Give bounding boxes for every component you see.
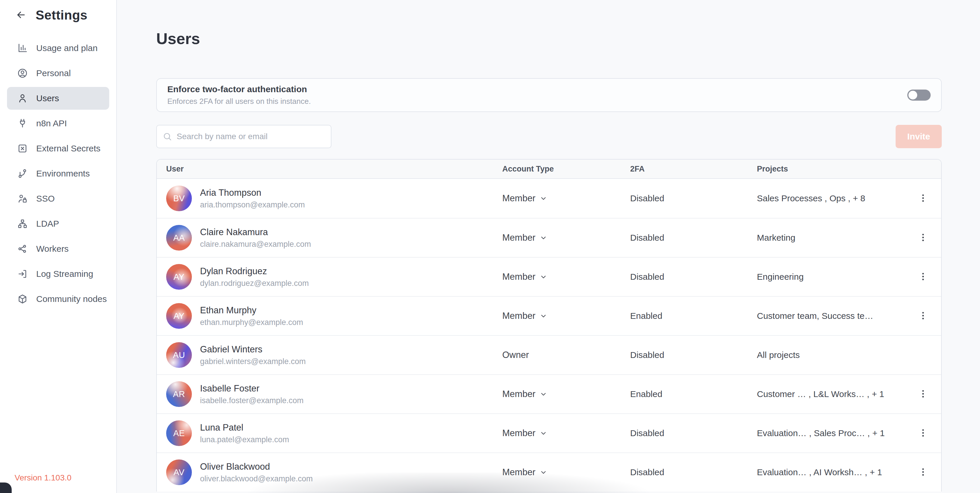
sidebar-item-n8n-api[interactable]: n8n API	[7, 112, 109, 135]
user-cell: AR Isabelle Foster isabelle.foster@examp…	[166, 381, 502, 407]
account-type-dropdown[interactable]: Member	[502, 467, 547, 477]
sidebar-item-community-nodes[interactable]: Community nodes	[7, 288, 109, 311]
user-email: oliver.blackwood@example.com	[200, 474, 313, 483]
sidebar-item-external-secrets[interactable]: External Secrets	[7, 137, 109, 160]
projects-list: All projects	[757, 350, 900, 360]
user-cell: AE Luna Patel luna.patel@example.com	[166, 420, 502, 446]
sidebar-item-environments[interactable]: Environments	[7, 162, 109, 185]
account-type-dropdown[interactable]: Member	[502, 233, 547, 243]
avatar: AV	[166, 460, 192, 485]
table-row: BV Aria Thompson aria.thompson@example.c…	[157, 179, 941, 218]
user-icon	[17, 93, 28, 104]
row-actions-button[interactable]	[914, 229, 932, 246]
sidebar-item-workers[interactable]: Workers	[7, 238, 109, 260]
sidebar-item-users[interactable]: Users	[7, 87, 109, 110]
chart-column-icon	[17, 43, 28, 54]
sidebar-item-sso[interactable]: SSO	[7, 187, 109, 210]
account-type-dropdown[interactable]: Member	[502, 272, 547, 282]
row-actions-button[interactable]	[914, 307, 932, 325]
user-email: luna.patel@example.com	[200, 435, 289, 444]
sidebar-item-personal[interactable]: Personal	[7, 62, 109, 85]
two-fa-status: Disabled	[630, 428, 757, 438]
share-nodes-icon	[17, 243, 28, 254]
two-factor-toggle[interactable]	[907, 90, 931, 101]
avatar: AR	[166, 381, 192, 407]
two-fa-status: Enabled	[630, 389, 757, 399]
vault-icon	[17, 143, 28, 154]
search-input[interactable]	[156, 125, 331, 148]
sidebar-item-label: n8n API	[36, 119, 67, 128]
avatar: AE	[166, 420, 192, 446]
table-row: AE Luna Patel luna.patel@example.com Mem…	[157, 413, 941, 452]
account-type-dropdown[interactable]: Member	[502, 428, 547, 438]
user-name: Ethan Murphy	[200, 305, 303, 315]
row-actions-button[interactable]	[914, 385, 932, 403]
chevron-down-icon	[539, 312, 547, 320]
account-type-dropdown[interactable]: Member	[502, 193, 547, 204]
account-type-label: Owner	[502, 350, 529, 360]
user-email: claire.nakamura@example.com	[200, 240, 311, 249]
row-actions-button[interactable]	[914, 425, 932, 442]
row-actions-button[interactable]	[914, 463, 932, 481]
user-email: gabriel.winters@example.com	[200, 357, 306, 366]
user-cell: AU Gabriel Winters gabriel.winters@examp…	[166, 342, 502, 368]
row-actions-button[interactable]	[914, 268, 932, 285]
column-header-2fa: 2FA	[630, 165, 757, 174]
sidebar-nav: Usage and plan Personal Users n8n API Ex…	[0, 30, 116, 311]
account-type-dropdown[interactable]: Member	[502, 389, 547, 399]
plug-icon	[17, 118, 28, 129]
user-lock-icon	[17, 193, 28, 204]
two-fa-status: Disabled	[630, 350, 757, 360]
avatar: AY	[166, 264, 192, 290]
projects-list: Customer team, Success te…	[757, 311, 900, 321]
user-cell: AA Claire Nakamura claire.nakamura@examp…	[166, 225, 502, 250]
projects-list: Customer … , L&L Works… , + 1	[757, 389, 900, 399]
chevron-down-icon	[539, 195, 547, 202]
kebab-icon	[918, 428, 928, 439]
invite-button[interactable]: Invite	[896, 125, 942, 148]
kebab-icon	[918, 467, 928, 478]
user-name: Oliver Blackwood	[200, 461, 313, 472]
kebab-icon	[918, 389, 928, 399]
sidebar-item-usage-and-plan[interactable]: Usage and plan	[7, 37, 109, 60]
table-row: AU Gabriel Winters gabriel.winters@examp…	[157, 335, 941, 374]
chevron-down-icon	[539, 234, 547, 241]
version-label: Version 1.103.0	[14, 473, 72, 482]
log-in-icon	[17, 268, 28, 279]
table-row: AY Dylan Rodriguez dylan.rodriguez@examp…	[157, 257, 941, 296]
row-actions-button[interactable]	[914, 190, 932, 207]
chevron-down-icon	[539, 469, 547, 476]
table-header: User Account Type 2FA Projects	[157, 160, 941, 179]
settings-sidebar: Settings Usage and plan Personal Users n…	[0, 0, 117, 493]
user-name: Isabelle Foster	[200, 383, 304, 394]
table-row: AV Oliver Blackwood oliver.blackwood@exa…	[157, 452, 941, 491]
projects-list: Sales Processes , Ops , + 8	[757, 193, 900, 203]
corner-peek-shape	[0, 482, 12, 493]
back-button[interactable]	[14, 9, 27, 22]
user-email: dylan.rodriguez@example.com	[200, 279, 309, 288]
sitemap-icon	[17, 218, 28, 229]
avatar: AY	[166, 303, 192, 329]
two-factor-subtitle: Enforces 2FA for all users on this insta…	[167, 97, 311, 106]
two-factor-title: Enforce two-factor authentication	[167, 84, 311, 94]
chevron-down-icon	[539, 390, 547, 398]
account-type-dropdown[interactable]: Member	[502, 311, 547, 321]
sidebar-item-label: LDAP	[36, 219, 59, 229]
sidebar-item-label: Usage and plan	[36, 43, 97, 53]
column-header-account-type: Account Type	[502, 165, 630, 174]
avatar: AU	[166, 342, 192, 368]
user-cell: BV Aria Thompson aria.thompson@example.c…	[166, 185, 502, 211]
sidebar-item-log-streaming[interactable]: Log Streaming	[7, 263, 109, 285]
table-controls: Invite	[156, 125, 942, 148]
two-fa-status: Enabled	[630, 311, 757, 321]
sidebar-item-label: Users	[36, 94, 59, 103]
table-row: AR Isabelle Foster isabelle.foster@examp…	[157, 374, 941, 413]
projects-list: Engineering	[757, 272, 900, 282]
sidebar-header: Settings	[0, 0, 116, 30]
user-cell: AV Oliver Blackwood oliver.blackwood@exa…	[166, 460, 502, 485]
user-name: Aria Thompson	[200, 187, 305, 198]
projects-list: Marketing	[757, 233, 900, 243]
users-settings-page: Users Enforce two-factor authentication …	[117, 0, 980, 493]
sidebar-item-ldap[interactable]: LDAP	[7, 212, 109, 235]
projects-list: Evaluation… , AI Worksh… , + 1	[757, 467, 900, 477]
